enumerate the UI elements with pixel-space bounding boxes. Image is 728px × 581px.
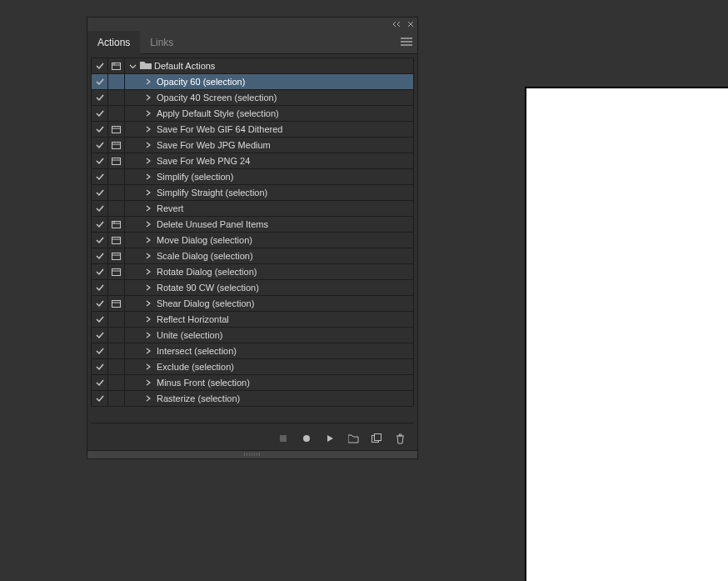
chevron-right-icon[interactable] bbox=[142, 316, 155, 323]
chevron-right-icon[interactable] bbox=[142, 78, 155, 85]
toggle-dialog[interactable] bbox=[108, 122, 125, 137]
toggle-enable[interactable] bbox=[92, 217, 108, 232]
toggle-dialog[interactable] bbox=[108, 264, 125, 279]
toggle-enable[interactable] bbox=[92, 296, 108, 311]
action-row[interactable]: Delete Unused Panel Items bbox=[92, 217, 413, 233]
action-row[interactable]: Scale Dialog (selection) bbox=[92, 248, 413, 264]
toggle-enable[interactable] bbox=[92, 153, 108, 168]
toggle-enable[interactable] bbox=[92, 359, 108, 374]
toggle-dialog[interactable] bbox=[108, 375, 125, 390]
toggle-enable[interactable] bbox=[92, 74, 108, 89]
chevron-right-icon[interactable] bbox=[142, 94, 155, 101]
chevron-right-icon[interactable] bbox=[142, 189, 155, 196]
chevron-right-icon[interactable] bbox=[142, 284, 155, 291]
close-icon[interactable] bbox=[407, 21, 414, 28]
toggle-enable[interactable] bbox=[92, 391, 108, 406]
panel-menu-icon[interactable] bbox=[401, 38, 412, 48]
toggle-dialog[interactable] bbox=[108, 217, 125, 232]
toggle-enable[interactable] bbox=[92, 58, 108, 73]
toggle-dialog[interactable] bbox=[108, 296, 125, 311]
toggle-enable[interactable] bbox=[92, 106, 108, 121]
toggle-enable[interactable] bbox=[92, 312, 108, 327]
toggle-dialog[interactable] bbox=[108, 343, 125, 358]
toggle-enable[interactable] bbox=[92, 375, 108, 390]
action-row[interactable]: Rotate Dialog (selection) bbox=[92, 264, 413, 280]
chevron-right-icon[interactable] bbox=[142, 221, 155, 228]
toggle-dialog[interactable] bbox=[108, 201, 125, 216]
toggle-enable[interactable] bbox=[92, 138, 108, 153]
toggle-dialog[interactable] bbox=[108, 138, 125, 153]
chevron-right-icon[interactable] bbox=[142, 268, 155, 275]
chevron-right-icon[interactable] bbox=[142, 158, 155, 164]
action-row[interactable]: Rotate 90 CW (selection) bbox=[92, 280, 413, 296]
toggle-dialog[interactable] bbox=[108, 169, 125, 184]
chevron-right-icon[interactable] bbox=[142, 126, 155, 133]
chevron-right-icon[interactable] bbox=[142, 173, 155, 180]
toggle-dialog[interactable] bbox=[108, 248, 125, 263]
chevron-right-icon[interactable] bbox=[142, 205, 155, 212]
toggle-enable[interactable] bbox=[92, 264, 108, 279]
toggle-enable[interactable] bbox=[92, 233, 108, 248]
toggle-dialog[interactable] bbox=[108, 90, 125, 105]
toggle-dialog[interactable] bbox=[108, 391, 125, 406]
chevron-right-icon[interactable] bbox=[142, 379, 155, 386]
chevron-right-icon[interactable] bbox=[142, 300, 155, 307]
toggle-enable[interactable] bbox=[92, 343, 108, 358]
toggle-dialog[interactable] bbox=[108, 58, 125, 73]
action-set-row[interactable]: Default Actions bbox=[92, 58, 413, 74]
resize-grip[interactable]: ııııııı bbox=[87, 450, 417, 458]
chevron-right-icon[interactable] bbox=[142, 253, 155, 259]
new-action-button[interactable] bbox=[371, 433, 382, 444]
delete-button[interactable] bbox=[394, 433, 406, 444]
toggle-enable[interactable] bbox=[92, 328, 108, 343]
stop-button[interactable] bbox=[277, 433, 289, 444]
toggle-dialog[interactable] bbox=[108, 280, 125, 295]
play-button[interactable] bbox=[324, 433, 336, 444]
toggle-dialog[interactable] bbox=[108, 328, 125, 343]
toggle-enable[interactable] bbox=[92, 201, 108, 216]
action-row[interactable]: Save For Web GIF 64 Dithered bbox=[92, 122, 413, 138]
chevron-right-icon[interactable] bbox=[142, 395, 155, 402]
collapse-icon[interactable] bbox=[392, 21, 402, 28]
action-row[interactable]: Revert bbox=[92, 201, 413, 217]
action-row[interactable]: Exclude (selection) bbox=[92, 359, 413, 375]
tab-actions[interactable]: Actions bbox=[87, 31, 140, 54]
toggle-dialog[interactable] bbox=[108, 106, 125, 121]
chevron-down-icon[interactable] bbox=[125, 63, 140, 70]
action-row[interactable]: Move Dialog (selection) bbox=[92, 233, 413, 248]
toggle-dialog[interactable] bbox=[108, 74, 125, 89]
toggle-enable[interactable] bbox=[92, 90, 108, 105]
toggle-dialog[interactable] bbox=[108, 359, 125, 374]
action-row[interactable]: Opacity 60 (selection) bbox=[92, 74, 413, 90]
document-canvas[interactable] bbox=[525, 87, 728, 581]
toggle-enable[interactable] bbox=[92, 185, 108, 200]
chevron-right-icon[interactable] bbox=[142, 363, 155, 370]
toggle-enable[interactable] bbox=[92, 248, 108, 263]
action-row[interactable]: Simplify Straight (selection) bbox=[92, 185, 413, 201]
action-row[interactable]: Opacity 40 Screen (selection) bbox=[92, 90, 413, 106]
chevron-right-icon[interactable] bbox=[142, 142, 155, 148]
toggle-enable[interactable] bbox=[92, 169, 108, 184]
toggle-dialog[interactable] bbox=[108, 185, 125, 200]
action-row[interactable]: Minus Front (selection) bbox=[92, 375, 413, 391]
toggle-enable[interactable] bbox=[92, 280, 108, 295]
action-row[interactable]: Simplify (selection) bbox=[92, 169, 413, 185]
chevron-right-icon[interactable] bbox=[142, 348, 155, 354]
tab-links[interactable]: Links bbox=[140, 31, 183, 53]
record-button[interactable] bbox=[301, 433, 312, 444]
action-row[interactable]: Intersect (selection) bbox=[92, 343, 413, 359]
action-row[interactable]: Apply Default Style (selection) bbox=[92, 106, 413, 122]
action-row[interactable]: Reflect Horizontal bbox=[92, 312, 413, 328]
new-set-button[interactable] bbox=[347, 433, 359, 444]
toggle-dialog[interactable] bbox=[108, 153, 125, 168]
chevron-right-icon[interactable] bbox=[142, 110, 155, 117]
toggle-enable[interactable] bbox=[92, 122, 108, 137]
chevron-right-icon[interactable] bbox=[142, 237, 155, 243]
toggle-dialog[interactable] bbox=[108, 312, 125, 327]
action-row[interactable]: Save For Web JPG Medium bbox=[92, 138, 413, 153]
chevron-right-icon[interactable] bbox=[142, 332, 155, 338]
action-row[interactable]: Rasterize (selection) bbox=[92, 391, 413, 407]
action-row[interactable]: Save For Web PNG 24 bbox=[92, 153, 413, 169]
toggle-dialog[interactable] bbox=[108, 233, 125, 248]
action-row[interactable]: Shear Dialog (selection) bbox=[92, 296, 413, 312]
